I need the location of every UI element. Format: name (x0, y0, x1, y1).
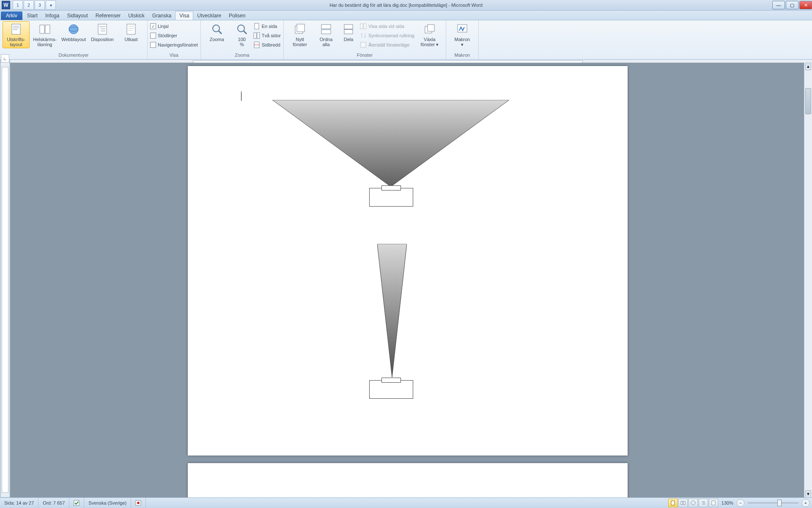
status-word-count[interactable]: Ord: 7 657 (38, 498, 69, 508)
qat-customize[interactable]: ▾ (46, 0, 56, 10)
gridlines-checkbox[interactable]: Stödlinjer (150, 31, 198, 40)
svg-point-18 (238, 25, 244, 32)
svg-rect-22 (257, 33, 260, 39)
macros-button[interactable]: Makron ▾ (449, 21, 476, 49)
document-area[interactable] (10, 63, 804, 498)
text-box-handle[interactable] (381, 378, 401, 383)
web-layout-icon (67, 22, 80, 36)
scroll-down-button[interactable]: ▼ (805, 490, 811, 498)
one-page-button[interactable]: En sida (253, 22, 281, 30)
group-label-macros: Makron (449, 52, 476, 58)
vertical-scrollbar[interactable]: ▲ ▼ (804, 63, 812, 498)
status-language[interactable]: Svenska (Sverige) (84, 498, 131, 508)
svg-rect-12 (127, 24, 135, 34)
print-layout-button[interactable]: Utskrifts- layout (3, 21, 30, 48)
zoom-button[interactable]: Zooma (203, 21, 230, 43)
group-label-window: Fönster (286, 52, 443, 58)
close-button[interactable]: ✕ (799, 1, 812, 9)
new-window-button[interactable]: Nytt fönster (286, 21, 313, 48)
svg-rect-5 (45, 25, 50, 33)
draft-button[interactable]: Utkast (118, 21, 145, 43)
status-macro[interactable] (131, 498, 146, 508)
word-app-icon: W (2, 1, 10, 9)
arrange-all-icon (319, 22, 333, 36)
triangle-shape-wide[interactable] (272, 100, 509, 189)
switch-windows-button[interactable]: Växla fönster ▾ (416, 21, 443, 49)
tab-utvecklare[interactable]: Utvecklare (193, 11, 225, 20)
svg-rect-43 (681, 501, 683, 505)
minimize-button[interactable]: — (772, 1, 785, 9)
view-web[interactable] (689, 499, 698, 507)
qat-btn-2[interactable]: 2 (24, 0, 34, 10)
status-proofing[interactable] (69, 498, 84, 508)
svg-point-16 (213, 25, 219, 32)
tab-granska[interactable]: Granska (148, 11, 175, 20)
zoom-100-button[interactable]: 100 % (232, 21, 252, 48)
triangle-shape-narrow[interactable] (377, 244, 407, 379)
text-box-handle[interactable] (381, 185, 401, 190)
zoom-slider-handle[interactable] (777, 500, 782, 506)
sync-scroll-icon (360, 32, 367, 39)
qat-btn-1[interactable]: 1 (13, 0, 23, 10)
ruler-checkbox[interactable]: ✓Linjal (150, 22, 198, 30)
group-show: ✓Linjal Stödlinjer Navigeringsfönstret V… (148, 20, 201, 59)
tab-utskick[interactable]: Utskick (124, 11, 148, 20)
new-window-icon (293, 22, 307, 36)
view-print-layout[interactable] (668, 499, 678, 507)
view-outline[interactable] (699, 499, 708, 507)
page[interactable] (188, 66, 628, 456)
checkbox-icon (150, 33, 156, 39)
tab-infoga[interactable]: Infoga (41, 11, 63, 20)
svg-rect-42 (671, 501, 675, 505)
navigation-checkbox[interactable]: Navigeringsfönstret (150, 41, 198, 49)
page-width-button[interactable]: Sidbredd (253, 41, 281, 49)
web-layout-button[interactable]: Webblayout (60, 21, 87, 43)
status-page[interactable]: Sida: 14 av 27 (0, 498, 38, 508)
two-pages-icon (253, 32, 260, 39)
macro-record-icon (135, 500, 141, 506)
scroll-up-button[interactable]: ▲ (805, 63, 811, 70)
group-label-zoom: Zooma (203, 52, 281, 58)
tab-referenser[interactable]: Referenser (92, 11, 124, 20)
fullscreen-reading-button[interactable]: Helskärms- läsning (31, 21, 58, 48)
tab-visa[interactable]: Visa (175, 11, 193, 20)
scroll-thumb[interactable] (805, 88, 811, 114)
zoom-slider[interactable] (748, 502, 798, 504)
zoom-in-button[interactable]: + (802, 499, 809, 507)
view-fullscreen[interactable] (678, 499, 688, 507)
vertical-ruler[interactable] (1, 63, 10, 497)
page[interactable] (188, 463, 628, 498)
svg-line-19 (244, 31, 247, 34)
checkbox-icon (150, 42, 156, 48)
svg-rect-36 (458, 25, 467, 32)
svg-marker-37 (272, 100, 509, 187)
sync-scroll-button: Synkroniserad rullning (360, 31, 414, 40)
zoom-level[interactable]: 130% (721, 500, 733, 505)
tab-polisen[interactable]: Polisen (225, 11, 249, 20)
file-tab[interactable]: Arkiv (1, 11, 22, 20)
svg-line-17 (219, 31, 222, 34)
text-box-shape[interactable] (369, 188, 413, 207)
two-pages-button[interactable]: Två sidor (253, 31, 281, 40)
view-draft[interactable] (709, 499, 718, 507)
title-bar: W 1 2 3 ▾ Har du bestämt dig för att lär… (0, 0, 812, 11)
zoom-out-button[interactable]: − (737, 499, 744, 507)
zoom-100-icon (235, 22, 249, 36)
ruler-corner[interactable]: ∟ (1, 54, 9, 63)
svg-rect-21 (254, 33, 256, 39)
split-button[interactable]: Dela (339, 21, 358, 43)
arrange-all-button[interactable]: Ordna alla (315, 21, 337, 48)
group-zoom: Zooma 100 % En sida Två sidor Sidbredd Z… (201, 20, 284, 59)
svg-rect-4 (40, 25, 44, 33)
svg-point-6 (69, 25, 78, 34)
text-box-shape[interactable] (369, 380, 413, 399)
outline-button[interactable]: Disposition (89, 21, 116, 43)
side-by-side-button: Visa sida vid sida (360, 22, 414, 30)
svg-rect-20 (255, 23, 259, 29)
group-label-views: Dokumentvyer (3, 52, 145, 58)
tab-sidlayout[interactable]: Sidlayout (63, 11, 91, 20)
tab-start[interactable]: Start (23, 11, 41, 20)
group-macros: Makron ▾ Makron (446, 20, 479, 59)
maximize-button[interactable]: ▢ (786, 1, 798, 9)
qat-btn-3[interactable]: 3 (35, 0, 45, 10)
